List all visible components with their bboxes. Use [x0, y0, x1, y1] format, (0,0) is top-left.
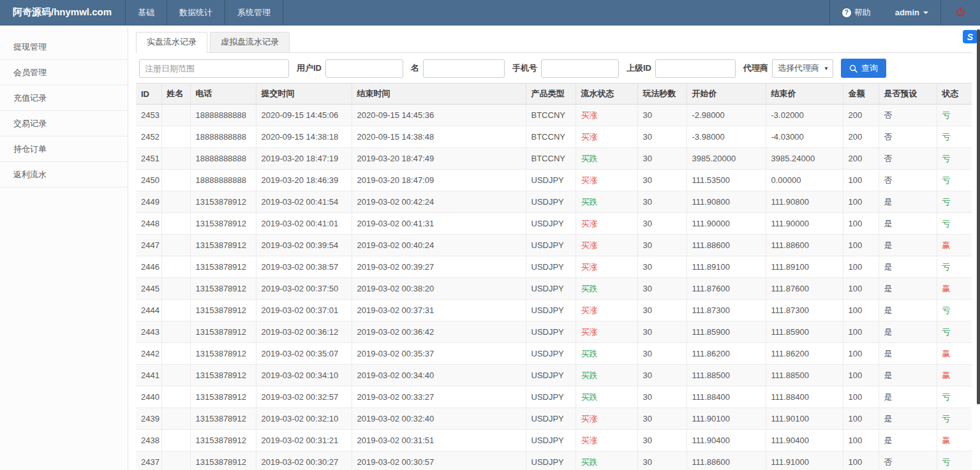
- table-cell: 2020-09-15 14:38:48: [352, 126, 526, 148]
- nav-item-basic[interactable]: 基础: [126, 0, 167, 25]
- date-range-input[interactable]: [139, 59, 289, 78]
- table-cell: 100: [843, 300, 879, 321]
- name-label: 名: [411, 62, 419, 74]
- table-cell: [161, 191, 190, 213]
- sidebar-item-positions[interactable]: 持仓订单: [0, 136, 128, 162]
- table-cell: USDJPY: [526, 256, 575, 278]
- table-cell: 30: [637, 452, 687, 470]
- agent-select[interactable]: 选择代理商 ▼: [772, 59, 833, 78]
- column-header: 结束时间: [352, 84, 526, 105]
- extension-badge[interactable]: S: [963, 30, 977, 43]
- table-cell: 2019-03-02 00:37:31: [352, 300, 526, 321]
- chevron-down-icon: [923, 11, 928, 14]
- column-header: 开始价: [687, 84, 766, 105]
- column-header: 是否预设: [879, 84, 937, 105]
- table-cell: 30: [637, 343, 687, 365]
- brand-title: 阿奇源码/hnymwl.com: [0, 0, 125, 25]
- table-cell: 2019-03-02 00:37:01: [256, 300, 352, 321]
- sidebar-item-withdraw[interactable]: 提现管理: [0, 34, 128, 60]
- name-input[interactable]: [423, 59, 505, 78]
- table-cell: -4.03000: [766, 126, 843, 148]
- table-cell: 13153878912: [190, 256, 256, 278]
- tab-virtual-records[interactable]: 虚拟盘流水记录: [210, 32, 290, 52]
- table-cell: 是: [879, 235, 937, 256]
- column-header: 状态: [937, 84, 972, 105]
- table-cell: 2444: [136, 300, 161, 321]
- agent-label: 代理商: [743, 62, 768, 74]
- table-cell: 2019-03-02 00:32:40: [352, 408, 526, 430]
- table-cell: 2019-03-02 00:35:37: [352, 343, 526, 365]
- sidebar-item-members[interactable]: 会员管理: [0, 60, 128, 85]
- parent-id-input[interactable]: [655, 59, 736, 78]
- table-cell: 是: [879, 213, 937, 235]
- table-row: 2446131538789122019-03-02 00:38:572019-0…: [136, 256, 972, 278]
- user-menu[interactable]: admin: [883, 0, 940, 25]
- table-cell: 30: [637, 235, 687, 256]
- table-cell: 2019-03-02 00:40:24: [352, 235, 526, 256]
- main-content: 实盘流水记录 虚拟盘流水记录 用户ID 名 手机号 上级ID 代理商 选择代理商…: [129, 26, 980, 470]
- table-cell: 是: [879, 191, 937, 213]
- table-cell: [161, 343, 190, 365]
- table-cell: 买涨: [575, 321, 637, 343]
- table-cell: 13153878912: [190, 430, 256, 452]
- table-cell: USDJPY: [526, 191, 575, 213]
- table-cell: 买跌: [575, 386, 637, 408]
- vertical-scrollbar[interactable]: [977, 29, 980, 404]
- tab-real-records[interactable]: 实盘流水记录: [136, 32, 207, 53]
- table-cell: -3.98000: [687, 126, 766, 148]
- select-caret-icon: ▼: [824, 66, 829, 71]
- table-cell: USDJPY: [526, 213, 575, 235]
- table-cell: 亏: [937, 105, 972, 126]
- column-header: 金额: [843, 84, 879, 105]
- table-cell: 2453: [136, 105, 161, 126]
- table-cell: 2450: [136, 170, 161, 191]
- table-cell: USDJPY: [526, 343, 575, 365]
- table-cell: 否: [879, 452, 937, 470]
- agent-select-value: 选择代理商: [778, 62, 819, 74]
- sidebar-item-rebate[interactable]: 返利流水: [0, 162, 128, 187]
- table-cell: 111.88500: [687, 365, 766, 386]
- table-cell: 2019-03-20 18:46:39: [256, 170, 352, 191]
- table-cell: 2452: [136, 126, 161, 148]
- table-cell: 买跌: [575, 278, 637, 300]
- table-cell: 赢: [937, 235, 972, 256]
- sidebar-item-recharge[interactable]: 充值记录: [0, 85, 128, 111]
- table-cell: 2019-03-02 00:36:42: [352, 321, 526, 343]
- search-button[interactable]: 查询: [841, 59, 886, 78]
- table-cell: 否: [879, 148, 937, 170]
- table-cell: 2019-03-20 18:47:19: [256, 148, 352, 170]
- table-row: 2439131538789122019-03-02 00:32:102019-0…: [136, 408, 972, 430]
- table-cell: 13153878912: [190, 191, 256, 213]
- phone-input[interactable]: [541, 59, 619, 78]
- table-cell: 买涨: [575, 300, 637, 321]
- table-cell: 111.90100: [687, 408, 766, 430]
- table-cell: 2019-03-02 00:34:40: [352, 365, 526, 386]
- table-cell: 30: [637, 148, 687, 170]
- table-cell: 200: [843, 126, 879, 148]
- table-cell: 2019-03-02 00:32:10: [256, 408, 352, 430]
- records-table-body: 2453188888888882020-09-15 14:45:062020-0…: [136, 105, 972, 470]
- table-cell: 亏: [937, 386, 972, 408]
- table-cell: 111.86200: [687, 343, 766, 365]
- nav-item-statistics[interactable]: 数据统计: [167, 0, 225, 25]
- help-button[interactable]: ? 帮助: [830, 0, 883, 25]
- table-cell: 否: [879, 126, 937, 148]
- table-cell: 100: [843, 191, 879, 213]
- table-cell: 亏: [937, 170, 972, 191]
- table-cell: [161, 105, 190, 126]
- table-cell: 13153878912: [190, 278, 256, 300]
- table-cell: 亏: [937, 191, 972, 213]
- user-id-input[interactable]: [325, 59, 403, 78]
- table-cell: 亏: [937, 148, 972, 170]
- sidebar-item-trades[interactable]: 交易记录: [0, 111, 128, 136]
- table-row: 2453188888888882020-09-15 14:45:062020-0…: [136, 105, 972, 126]
- table-cell: 2020-09-15 14:45:36: [352, 105, 526, 126]
- table-cell: USDJPY: [526, 300, 575, 321]
- logout-button[interactable]: [941, 0, 980, 25]
- table-cell: 是: [879, 343, 937, 365]
- table-cell: 100: [843, 386, 879, 408]
- table-cell: 亏: [937, 213, 972, 235]
- table-cell: 2443: [136, 321, 161, 343]
- nav-item-system[interactable]: 系统管理: [225, 0, 283, 25]
- table-cell: 100: [843, 430, 879, 452]
